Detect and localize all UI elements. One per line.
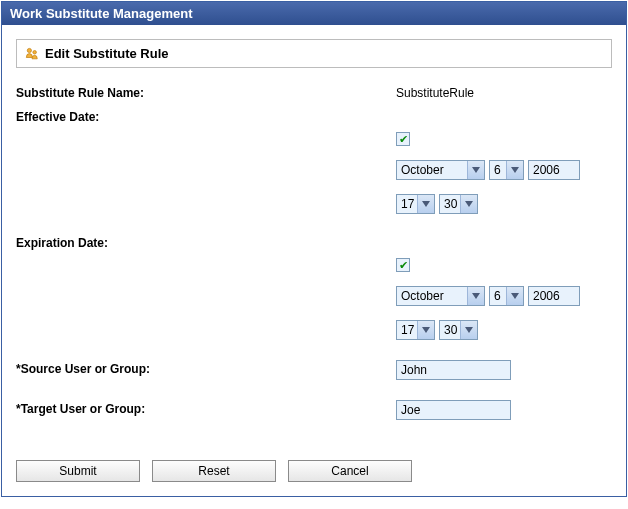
- effective-day-value: 6: [490, 161, 506, 179]
- label-target: *Target User or Group:: [16, 400, 396, 416]
- chevron-down-icon: [506, 161, 523, 179]
- expiration-date-checkbox[interactable]: ✔: [396, 258, 410, 272]
- row-effective-date-label: Effective Date:: [16, 108, 612, 124]
- check-icon: ✔: [399, 260, 408, 271]
- window-titlebar: Work Substitute Management: [2, 2, 626, 25]
- buttons-row: Submit Reset Cancel: [16, 460, 612, 482]
- effective-year-input[interactable]: [528, 160, 580, 180]
- submit-button[interactable]: Submit: [16, 460, 140, 482]
- svg-point-0: [27, 48, 31, 52]
- target-input[interactable]: [396, 400, 511, 420]
- chevron-down-icon: [460, 321, 477, 339]
- row-target: *Target User or Group:: [16, 400, 612, 420]
- check-icon: ✔: [399, 134, 408, 145]
- cancel-button[interactable]: Cancel: [288, 460, 412, 482]
- expiration-day-select[interactable]: 6: [489, 286, 524, 306]
- expiration-minute-select[interactable]: 30: [439, 320, 478, 340]
- expiration-date-controls: ✔ October 6 17 30: [396, 258, 612, 340]
- label-rule-name: Substitute Rule Name:: [16, 84, 396, 100]
- label-source: *Source User or Group:: [16, 360, 396, 376]
- effective-hour-value: 17: [397, 195, 417, 213]
- users-icon: [25, 47, 39, 61]
- effective-minute-select[interactable]: 30: [439, 194, 478, 214]
- expiration-day-value: 6: [490, 287, 506, 305]
- svg-point-1: [33, 50, 37, 54]
- panel-header: Edit Substitute Rule: [16, 39, 612, 68]
- chevron-down-icon: [460, 195, 477, 213]
- chevron-down-icon: [467, 287, 484, 305]
- chevron-down-icon: [467, 161, 484, 179]
- effective-date-checkbox[interactable]: ✔: [396, 132, 410, 146]
- content-area: Edit Substitute Rule Substitute Rule Nam…: [2, 25, 626, 496]
- expiration-hour-value: 17: [397, 321, 417, 339]
- source-input[interactable]: [396, 360, 511, 380]
- effective-date-controls: ✔ October 6 17 30: [396, 132, 612, 214]
- expiration-hour-select[interactable]: 17: [396, 320, 435, 340]
- expiration-year-input[interactable]: [528, 286, 580, 306]
- expiration-month-select[interactable]: October: [396, 286, 485, 306]
- label-effective-date: Effective Date:: [16, 108, 396, 124]
- expiration-month-value: October: [397, 287, 467, 305]
- effective-hour-select[interactable]: 17: [396, 194, 435, 214]
- value-rule-name: SubstituteRule: [396, 84, 612, 100]
- chevron-down-icon: [417, 195, 434, 213]
- chevron-down-icon: [417, 321, 434, 339]
- effective-minute-value: 30: [440, 195, 460, 213]
- chevron-down-icon: [506, 287, 523, 305]
- window-title: Work Substitute Management: [10, 6, 193, 21]
- label-expiration-date: Expiration Date:: [16, 234, 396, 250]
- row-expiration-date-label: Expiration Date:: [16, 234, 612, 250]
- expiration-minute-value: 30: [440, 321, 460, 339]
- effective-month-select[interactable]: October: [396, 160, 485, 180]
- app-window: Work Substitute Management Edit Substitu…: [1, 1, 627, 497]
- row-rule-name: Substitute Rule Name: SubstituteRule: [16, 84, 612, 100]
- row-source: *Source User or Group:: [16, 360, 612, 380]
- reset-button[interactable]: Reset: [152, 460, 276, 482]
- effective-month-value: October: [397, 161, 467, 179]
- effective-day-select[interactable]: 6: [489, 160, 524, 180]
- panel-title: Edit Substitute Rule: [45, 46, 169, 61]
